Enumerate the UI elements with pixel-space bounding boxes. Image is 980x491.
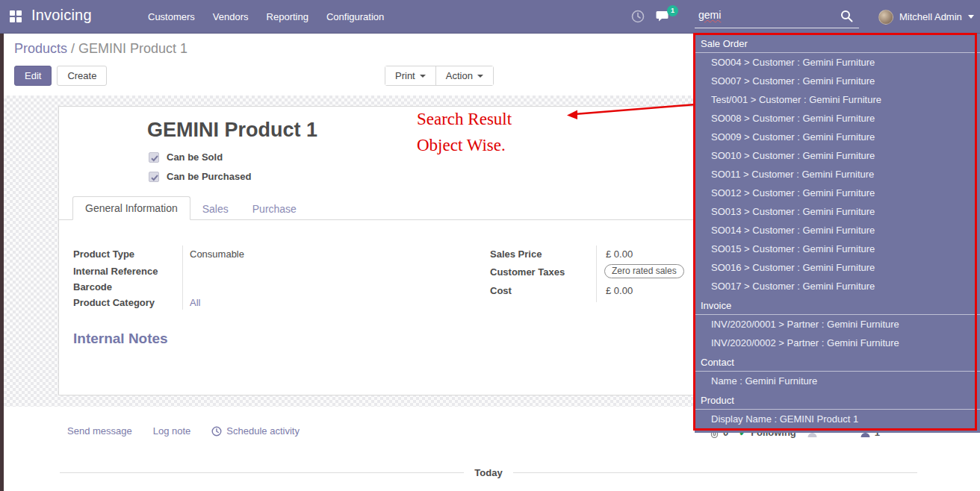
user-name: Mitchell Admin <box>899 11 962 22</box>
sales-price-label: Sales Price <box>490 248 542 260</box>
search-result-item[interactable]: Test/001 > Customer : Gemini Furniture <box>695 90 980 109</box>
menu-customers[interactable]: Customers <box>139 11 204 22</box>
group-header-contact: Contact <box>695 352 980 372</box>
print-button[interactable]: Print <box>385 66 435 85</box>
chatter-actions: Send message Log note Schedule activity <box>67 425 300 437</box>
can-be-purchased-row: Can be Purchased <box>149 171 251 182</box>
customer-taxes-tag[interactable]: Zero rated sales <box>604 264 684 278</box>
search-result-item[interactable]: SO012 > Customer : Gemini Furniture <box>695 184 980 202</box>
search-result-item[interactable]: SO017 > Customer : Gemini Furniture <box>695 277 980 295</box>
search-result-item[interactable]: Display Name : GEMINI Product 1 <box>695 410 980 428</box>
annotation-line-1: Search Result <box>417 106 512 132</box>
user-avatar <box>878 10 893 25</box>
tab-sales[interactable]: Sales <box>190 198 241 220</box>
search-result-item[interactable]: SO013 > Customer : Gemini Furniture <box>695 202 980 221</box>
group-header-product: Product <box>695 390 980 410</box>
search-query-text: gemi <box>698 9 721 21</box>
sales-price-value: £ 0.00 <box>606 248 633 260</box>
apps-grid-square <box>10 17 15 22</box>
today-label: Today <box>474 467 502 478</box>
group-header-invoice: Invoice <box>695 295 980 315</box>
can-be-sold-checkbox[interactable] <box>149 152 159 163</box>
can-be-sold-label: Can be Sold <box>167 151 223 163</box>
search-result-item[interactable]: SO015 > Customer : Gemini Furniture <box>695 240 980 258</box>
search-result-item[interactable]: SO007 > Customer : Gemini Furniture <box>695 72 980 90</box>
product-type-label: Product Type <box>73 248 134 260</box>
search-results-dropdown: Sale Order SO004 > Customer : Gemini Fur… <box>695 34 980 433</box>
schedule-activity-button[interactable]: Schedule activity <box>211 425 300 437</box>
search-result-item[interactable]: INV/2020/0002 > Partner : Gemini Furnitu… <box>695 334 980 352</box>
record-buttons: Edit Create <box>14 66 107 86</box>
search-result-item[interactable]: SO004 > Customer : Gemini Furniture <box>695 53 980 72</box>
menu-reporting[interactable]: Reporting <box>258 11 317 22</box>
cost-value: £ 0.00 <box>606 285 633 296</box>
can-be-sold-row: Can be Sold <box>149 151 223 163</box>
global-search-input[interactable]: gemi <box>695 6 859 28</box>
left-edge-strip <box>0 34 4 491</box>
product-category-label: Product Category <box>73 297 155 308</box>
create-button[interactable]: Create <box>57 66 107 86</box>
search-result-item[interactable]: INV/2020/0001 > Partner : Gemini Furnitu… <box>695 315 980 334</box>
chevron-down-icon <box>477 75 483 78</box>
breadcrumb-current: GEMINI Product 1 <box>78 41 187 56</box>
search-result-item[interactable]: SO008 > Customer : Gemini Furniture <box>695 109 980 128</box>
chevron-down-icon <box>420 75 426 78</box>
print-label: Print <box>395 70 415 81</box>
apps-grid-square <box>10 10 15 16</box>
breadcrumb-products-link[interactable]: Products <box>14 41 67 56</box>
product-category-value-link[interactable]: All <box>190 297 200 308</box>
print-action-group: Print Action <box>385 66 494 86</box>
search-result-item[interactable]: Name : Gemini Furniture <box>695 372 980 390</box>
top-navbar: Invoicing Customers Vendors Reporting Co… <box>0 0 980 34</box>
barcode-label: Barcode <box>73 281 112 293</box>
can-be-purchased-label: Can be Purchased <box>167 171 251 182</box>
breadcrumb: Products / GEMINI Product 1 <box>14 41 187 57</box>
search-result-item[interactable]: SO009 > Customer : Gemini Furniture <box>695 128 980 146</box>
apps-grid-square <box>16 17 22 22</box>
activities-clock-icon[interactable] <box>631 10 645 26</box>
today-divider: Today <box>60 467 917 478</box>
cost-label: Cost <box>490 285 512 296</box>
edit-button[interactable]: Edit <box>14 66 52 86</box>
product-type-value: Consumable <box>190 248 244 260</box>
apps-grid-square <box>16 10 22 16</box>
app-title[interactable]: Invoicing <box>31 7 92 24</box>
customer-taxes-pill-wrap: Zero rated sales <box>604 264 684 278</box>
annotation-line-2: Object Wise. <box>417 132 512 158</box>
customer-taxes-label: Customer Taxes <box>490 266 565 278</box>
search-result-item[interactable]: SO016 > Customer : Gemini Furniture <box>695 258 980 277</box>
schedule-activity-label: Schedule activity <box>226 425 300 437</box>
apps-grid-icon[interactable] <box>10 10 22 22</box>
divider-line <box>60 472 464 473</box>
clock-icon <box>211 426 222 437</box>
tab-general-information[interactable]: General Information <box>72 196 190 220</box>
can-be-purchased-checkbox[interactable] <box>149 172 159 182</box>
divider-line <box>513 472 917 473</box>
chevron-down-icon <box>968 15 974 19</box>
send-message-button[interactable]: Send message <box>67 425 132 437</box>
menu-vendors[interactable]: Vendors <box>204 11 258 22</box>
tab-purchase[interactable]: Purchase <box>241 198 308 220</box>
log-note-button[interactable]: Log note <box>153 425 191 437</box>
menu-configuration[interactable]: Configuration <box>317 11 393 22</box>
user-menu[interactable]: Mitchell Admin <box>878 0 974 34</box>
search-result-item[interactable]: SO014 > Customer : Gemini Furniture <box>695 221 980 240</box>
internal-notes-heading: Internal Notes <box>73 331 168 347</box>
breadcrumb-separator: / <box>67 41 78 56</box>
main-menus: Customers Vendors Reporting Configuratio… <box>139 0 393 34</box>
messages-count-badge: 1 <box>667 5 678 16</box>
field-column-separator <box>182 246 183 310</box>
field-column-separator <box>596 246 597 302</box>
group-header-sale-order: Sale Order <box>695 34 980 53</box>
search-result-item[interactable]: SO011 > Customer : Gemini Furniture <box>695 165 980 184</box>
search-result-item[interactable]: SO010 > Customer : Gemini Furniture <box>695 146 980 165</box>
search-icon[interactable] <box>840 10 853 25</box>
annotation-text: Search Result Object Wise. <box>417 106 512 158</box>
action-button[interactable]: Action <box>435 66 493 85</box>
internal-reference-label: Internal Reference <box>73 266 158 277</box>
product-title: GEMINI Product 1 <box>147 119 317 142</box>
action-label: Action <box>446 70 473 81</box>
